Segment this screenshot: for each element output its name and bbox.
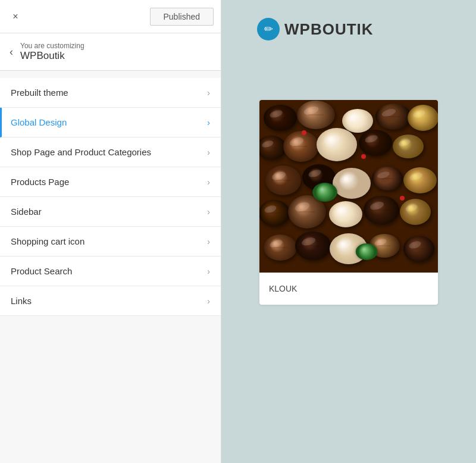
chevron-right-icon: › <box>207 267 210 276</box>
menu-item-label: Prebuilt theme <box>11 87 68 98</box>
menu-item-label: Links <box>11 296 32 306</box>
close-icon: × <box>12 11 18 22</box>
customizing-info: You are customizing WPBoutik <box>20 42 84 62</box>
chevron-right-icon: › <box>207 148 210 157</box>
menu-item-label: Global Design <box>11 117 67 127</box>
menu-item-products-page[interactable]: Products Page › <box>0 167 221 197</box>
logo-area: ✏ WPBOUTIK <box>257 18 374 40</box>
chevron-right-icon: › <box>207 207 210 217</box>
right-panel: ✏ WPBOUTIK KLOUK <box>221 0 476 463</box>
top-bar: × Published <box>0 0 221 33</box>
product-image <box>259 100 438 273</box>
chevron-right-icon: › <box>207 296 210 306</box>
menu-item-sidebar[interactable]: Sidebar › <box>0 197 221 227</box>
logo-text: WPBOUTIK <box>284 20 374 39</box>
chevron-right-icon: › <box>207 237 210 246</box>
menu-item-prebuilt-theme[interactable]: Prebuilt theme › <box>0 78 221 108</box>
published-button[interactable]: Published <box>150 8 214 26</box>
logo-icon: ✏ <box>257 18 280 40</box>
chevron-right-icon: › <box>207 118 210 127</box>
customizing-header: ‹ You are customizing WPBoutik <box>0 33 221 71</box>
pencil-icon: ✏ <box>264 23 273 36</box>
menu-item-label: Product Search <box>11 266 72 276</box>
menu-item-shopping-cart-icon[interactable]: Shopping cart icon › <box>0 227 221 256</box>
menu-item-global-design[interactable]: Global Design › <box>0 108 221 137</box>
customizing-site-name: WPBoutik <box>20 50 65 61</box>
menu-item-label: Sidebar <box>11 207 42 217</box>
menu-item-label: Shop Page and Product Categories <box>11 147 151 157</box>
menu-item-links[interactable]: Links › <box>0 286 221 316</box>
back-arrow[interactable]: ‹ <box>10 46 13 58</box>
product-card-bottom: KLOUK <box>259 275 438 305</box>
close-button[interactable]: × <box>7 8 24 25</box>
menu-item-label: Shopping cart icon <box>11 236 84 246</box>
menu-item-product-search[interactable]: Product Search › <box>0 256 221 286</box>
customizing-subtitle: You are customizing <box>20 42 84 50</box>
menu-list: Prebuilt theme › Global Design › Shop Pa… <box>0 78 221 316</box>
product-card: KLOUK <box>259 100 438 305</box>
menu-item-shop-page[interactable]: Shop Page and Product Categories › <box>0 137 221 167</box>
chevron-right-icon: › <box>207 177 210 187</box>
product-name: KLOUK <box>269 284 297 293</box>
chevron-right-icon: › <box>207 88 210 98</box>
menu-item-label: Products Page <box>11 177 69 187</box>
left-panel: × Published ‹ You are customizing WPBout… <box>0 0 221 463</box>
